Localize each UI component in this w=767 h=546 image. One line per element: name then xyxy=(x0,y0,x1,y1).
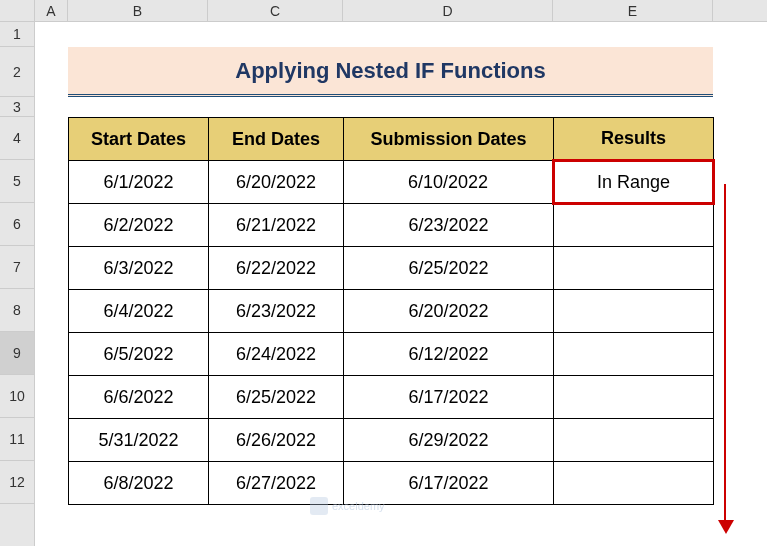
cell-end[interactable]: 6/23/2022 xyxy=(209,290,344,333)
cell-submission[interactable]: 6/29/2022 xyxy=(344,419,554,462)
content-area: 1 2 3 4 5 6 7 8 9 10 11 12 Applying Nest… xyxy=(0,22,767,546)
row-header-8[interactable]: 8 xyxy=(0,289,34,332)
row-header-10[interactable]: 10 xyxy=(0,375,34,418)
cell-result-highlighted[interactable]: In Range xyxy=(554,161,714,204)
fill-arrow-head-icon xyxy=(718,520,734,534)
header-results[interactable]: Results xyxy=(554,118,714,161)
row-header-5[interactable]: 5 xyxy=(0,160,34,203)
row-header-3[interactable]: 3 xyxy=(0,97,34,117)
table-row: 5/31/2022 6/26/2022 6/29/2022 xyxy=(69,419,714,462)
cell-end[interactable]: 6/21/2022 xyxy=(209,204,344,247)
cell-result[interactable] xyxy=(554,204,714,247)
cell-result[interactable] xyxy=(554,419,714,462)
cell-result[interactable] xyxy=(554,376,714,419)
cell-start[interactable]: 6/6/2022 xyxy=(69,376,209,419)
cell-result[interactable] xyxy=(554,462,714,505)
watermark: exceldemy xyxy=(310,497,385,515)
cell-submission[interactable]: 6/20/2022 xyxy=(344,290,554,333)
cell-end[interactable]: 6/24/2022 xyxy=(209,333,344,376)
select-all-corner[interactable] xyxy=(0,0,35,21)
page-title[interactable]: Applying Nested IF Functions xyxy=(68,47,713,97)
table-row: 6/6/2022 6/25/2022 6/17/2022 xyxy=(69,376,714,419)
col-header-C[interactable]: C xyxy=(208,0,343,21)
column-headers-row: A B C D E xyxy=(0,0,767,22)
row-header-7[interactable]: 7 xyxy=(0,246,34,289)
cell-end[interactable]: 6/20/2022 xyxy=(209,161,344,204)
table-header-row: Start Dates End Dates Submission Dates R… xyxy=(69,118,714,161)
cell-result[interactable] xyxy=(554,247,714,290)
cell-start[interactable]: 6/3/2022 xyxy=(69,247,209,290)
row-header-9[interactable]: 9 xyxy=(0,332,34,375)
table-row: 6/2/2022 6/21/2022 6/23/2022 xyxy=(69,204,714,247)
fill-arrow-line xyxy=(724,184,726,524)
col-header-B[interactable]: B xyxy=(68,0,208,21)
row-headers-col: 1 2 3 4 5 6 7 8 9 10 11 12 xyxy=(0,22,35,546)
cell-end[interactable]: 6/25/2022 xyxy=(209,376,344,419)
watermark-text: exceldemy xyxy=(332,500,385,512)
spreadsheet-grid: A B C D E 1 2 3 4 5 6 7 8 9 10 11 12 App… xyxy=(0,0,767,546)
col-header-D[interactable]: D xyxy=(343,0,553,21)
cell-start[interactable]: 6/2/2022 xyxy=(69,204,209,247)
cell-start[interactable]: 6/4/2022 xyxy=(69,290,209,333)
cell-result[interactable] xyxy=(554,333,714,376)
col-header-A[interactable]: A xyxy=(35,0,68,21)
row-header-2[interactable]: 2 xyxy=(0,47,34,97)
table-row: 6/1/2022 6/20/2022 6/10/2022 In Range xyxy=(69,161,714,204)
watermark-icon xyxy=(310,497,328,515)
cell-submission[interactable]: 6/12/2022 xyxy=(344,333,554,376)
row-header-6[interactable]: 6 xyxy=(0,203,34,246)
row-header-11[interactable]: 11 xyxy=(0,418,34,461)
cell-start[interactable]: 6/1/2022 xyxy=(69,161,209,204)
cell-start[interactable]: 5/31/2022 xyxy=(69,419,209,462)
cell-end[interactable]: 6/22/2022 xyxy=(209,247,344,290)
cell-submission[interactable]: 6/10/2022 xyxy=(344,161,554,204)
cell-submission[interactable]: 6/23/2022 xyxy=(344,204,554,247)
cell-submission[interactable]: 6/17/2022 xyxy=(344,376,554,419)
cell-end[interactable]: 6/26/2022 xyxy=(209,419,344,462)
table-row: 6/3/2022 6/22/2022 6/25/2022 xyxy=(69,247,714,290)
table-row: 6/4/2022 6/23/2022 6/20/2022 xyxy=(69,290,714,333)
header-start-dates[interactable]: Start Dates xyxy=(69,118,209,161)
data-table: Start Dates End Dates Submission Dates R… xyxy=(68,117,715,505)
cell-result[interactable] xyxy=(554,290,714,333)
cell-start[interactable]: 6/8/2022 xyxy=(69,462,209,505)
header-end-dates[interactable]: End Dates xyxy=(209,118,344,161)
col-header-E[interactable]: E xyxy=(553,0,713,21)
row-header-1[interactable]: 1 xyxy=(0,22,34,47)
cell-start[interactable]: 6/5/2022 xyxy=(69,333,209,376)
header-submission-dates[interactable]: Submission Dates xyxy=(344,118,554,161)
cell-submission[interactable]: 6/25/2022 xyxy=(344,247,554,290)
table-row: 6/8/2022 6/27/2022 6/17/2022 xyxy=(69,462,714,505)
table-row: 6/5/2022 6/24/2022 6/12/2022 xyxy=(69,333,714,376)
cells-area[interactable]: Applying Nested IF Functions Start Dates… xyxy=(35,22,767,546)
row-header-4[interactable]: 4 xyxy=(0,117,34,160)
row-header-12[interactable]: 12 xyxy=(0,461,34,504)
